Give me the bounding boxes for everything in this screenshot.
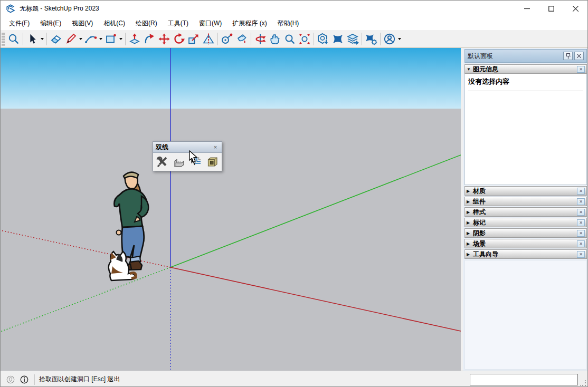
entity-info-header[interactable]: ▼ 图元信息 ✕ [464, 64, 587, 74]
entity-info-title: 图元信息 [473, 65, 577, 74]
section-title: 工具向导 [473, 250, 577, 259]
toolbar-separator [251, 33, 251, 45]
panel-section-styles[interactable]: ▶样式✕ [464, 207, 587, 217]
menu-tools[interactable]: 工具(T) [163, 16, 194, 31]
section-close-button[interactable]: ✕ [577, 209, 585, 216]
menu-extensions[interactable]: 扩展程序 (x) [227, 16, 272, 31]
panel-section-materials[interactable]: ▶材质✕ [464, 186, 587, 196]
pushpull-tool[interactable] [127, 32, 142, 46]
dualline-wall-tool[interactable] [172, 155, 186, 169]
statusbar-divider [34, 374, 35, 385]
menu-window[interactable]: 窗口(W) [194, 16, 227, 31]
3d-warehouse[interactable] [316, 32, 330, 46]
select-tool[interactable] [25, 32, 40, 46]
toolbar-separator [314, 33, 314, 45]
panel-section-instructor[interactable]: ▶工具向导✕ [464, 249, 587, 259]
select-tool-caret[interactable] [40, 32, 45, 46]
arc-tool[interactable] [83, 32, 98, 46]
followme-tool[interactable] [142, 32, 157, 46]
collapsed-arrow-icon: ▶ [467, 231, 473, 236]
scale-tool[interactable] [186, 32, 201, 46]
section-title: 阴影 [473, 229, 577, 238]
collapsed-arrow-icon: ▶ [467, 189, 473, 193]
share-model[interactable] [345, 32, 360, 46]
menu-draw[interactable]: 绘图(R) [130, 16, 163, 31]
panel-section-components[interactable]: ▶组件✕ [464, 197, 587, 206]
window-controls [515, 1, 587, 16]
search-tool[interactable] [6, 32, 21, 46]
orbit-tool[interactable] [253, 32, 268, 46]
zoom-extents-tool[interactable] [297, 32, 312, 46]
drawing-axes [1, 48, 461, 370]
section-close-button[interactable]: ✕ [577, 188, 585, 195]
red-axis [170, 267, 461, 331]
section-close-button[interactable]: ✕ [577, 219, 585, 226]
section-close-button[interactable]: ✕ [577, 198, 585, 205]
account[interactable] [382, 32, 397, 46]
account-caret[interactable] [397, 32, 402, 46]
panel-section-tags[interactable]: ▶标记✕ [464, 218, 587, 227]
toolbar-separator [217, 33, 218, 45]
extension-warehouse[interactable] [330, 32, 345, 46]
entity-info-divider [468, 91, 583, 91]
toolbar-separator [380, 33, 381, 45]
menu-view[interactable]: 视图(V) [67, 16, 98, 31]
panel-empty-area [464, 260, 587, 370]
window-title: 无标题 - SketchUp Pro 2023 [20, 4, 99, 13]
green-axis [170, 155, 461, 267]
line-tool-caret[interactable] [78, 32, 83, 46]
flip-tool[interactable] [201, 32, 216, 46]
pan-tool[interactable] [268, 32, 282, 46]
zoom-tool[interactable] [282, 32, 297, 46]
dualline-toolbar-title: 双线 [156, 143, 212, 152]
3d-viewport[interactable]: 双线 × [1, 48, 461, 371]
eraser-tool[interactable] [49, 32, 63, 46]
menu-edit[interactable]: 编辑(E) [35, 16, 67, 31]
entity-info-empty-message: 没有选择内容 [468, 77, 583, 86]
maximize-button[interactable] [539, 1, 563, 16]
tape-measure-tool[interactable] [220, 32, 234, 46]
paint-bucket-tool[interactable] [234, 32, 249, 46]
dualline-draw-tool[interactable] [188, 155, 203, 169]
menu-help[interactable]: 帮助(H) [272, 16, 305, 31]
panel-pin-button[interactable] [563, 52, 573, 60]
statusbar-hint: 拾取面以创建洞口 [Esc] 退出 [39, 375, 120, 384]
collapsed-arrow-icon: ▶ [467, 210, 473, 215]
entity-info-close-button[interactable]: ✕ [577, 66, 585, 73]
extension-manager[interactable] [364, 32, 378, 46]
expand-arrow-icon: ▼ [467, 67, 473, 72]
green-axis-dotted [1, 267, 170, 332]
menu-camera[interactable]: 相机(C) [98, 16, 130, 31]
panel-title-bar: 默认面板 [464, 49, 587, 63]
move-tool[interactable] [157, 32, 172, 46]
section-close-button[interactable]: ✕ [577, 251, 585, 258]
arc-tool-caret[interactable] [98, 32, 103, 46]
minimize-button[interactable] [515, 1, 539, 16]
panel-close-button[interactable] [574, 52, 584, 60]
dualline-toolbar-titlebar[interactable]: 双线 × [153, 142, 222, 153]
rectangle-tool-caret[interactable] [118, 32, 124, 46]
rotate-tool[interactable] [172, 32, 186, 46]
line-tool[interactable] [63, 32, 78, 46]
toolbar-grip[interactable] [2, 32, 5, 46]
measurements-input[interactable] [470, 374, 578, 385]
panel-section-scenes[interactable]: ▶场景✕ [464, 239, 587, 248]
section-close-button[interactable]: ✕ [577, 240, 585, 247]
rectangle-tool[interactable] [103, 32, 118, 46]
panel-section-shadows[interactable]: ▶阴影✕ [464, 228, 587, 238]
section-title: 样式 [473, 208, 577, 217]
menu-file[interactable]: 文件(F) [4, 16, 35, 31]
collapsed-arrow-icon: ▶ [467, 199, 473, 204]
geolocation-icon[interactable] [5, 374, 16, 385]
toolbar-separator [23, 33, 23, 45]
dualline-opening-tool[interactable] [205, 155, 220, 169]
main-toolbar [1, 30, 587, 48]
info-icon[interactable] [18, 374, 30, 385]
close-button[interactable] [563, 1, 587, 16]
toolbar-separator [362, 33, 362, 45]
section-close-button[interactable]: ✕ [577, 230, 585, 237]
dualline-close-button[interactable]: × [212, 144, 219, 150]
sketchup-logo-icon [6, 4, 15, 13]
resize-grip[interactable] [580, 380, 586, 386]
dualline-settings-tool[interactable] [155, 155, 169, 169]
